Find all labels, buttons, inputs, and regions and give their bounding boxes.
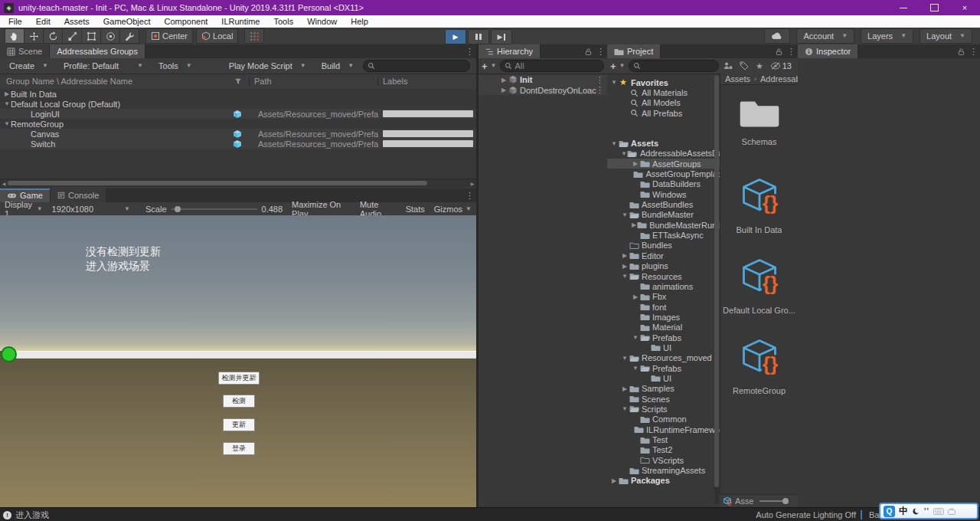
play-button[interactable]: ▶ (445, 29, 466, 44)
asset-item-remotegroup[interactable]: {}RemoteGroup (723, 336, 796, 417)
tree-item-editor[interactable]: ▶Editor (607, 251, 720, 260)
panel-menu-icon[interactable]: ⋮ (466, 191, 474, 201)
ime-toolbox-icon[interactable] (948, 508, 956, 515)
tree-item-ui[interactable]: UI (607, 342, 720, 352)
ime-q-icon[interactable]: Q (884, 506, 895, 517)
lock-icon[interactable] (776, 48, 782, 56)
panel-menu-icon[interactable]: ⋮ (466, 47, 474, 57)
ime-punctuation-toggle[interactable]: '' (924, 507, 929, 516)
build-dropdown[interactable]: Build▼ (315, 59, 360, 73)
create-add-button[interactable]: + (482, 61, 488, 71)
addressables-asset-row[interactable]: SwitchAssets/Resources_moved/Prefabs (0, 139, 476, 149)
scroll-right-icon[interactable]: ▶ (469, 181, 476, 186)
ime-moon-icon[interactable] (912, 507, 920, 516)
gizmos-dropdown[interactable]: Gizmos▼ (430, 202, 476, 215)
layers-dropdown[interactable]: Layers▼ (861, 28, 913, 44)
tree-item-bundlemaster[interactable]: ▼BundleMaster (607, 210, 720, 220)
menu-tools[interactable]: Tools (266, 15, 300, 28)
hand-tool-button[interactable] (5, 28, 24, 44)
maximize-button[interactable] (919, 0, 949, 15)
project-search-input[interactable] (629, 60, 719, 72)
tree-item-plugins[interactable]: ▶plugins (607, 261, 720, 271)
search-by-label-icon[interactable] (740, 61, 749, 70)
expander-icon[interactable]: ▼ (621, 273, 629, 280)
breadcrumb-assets[interactable]: Assets (725, 74, 750, 84)
menu-component[interactable]: Component (157, 15, 214, 28)
step-button[interactable]: ▶ (491, 29, 512, 44)
tree-item-all-materials[interactable]: All Materials (607, 87, 720, 97)
game-button-3[interactable]: 更新 (223, 418, 255, 431)
addressables-group-row[interactable]: ▶Built In Data (0, 89, 476, 99)
expander-icon[interactable]: ▼ (621, 211, 629, 218)
expander-icon[interactable]: ▶ (500, 87, 508, 93)
create-add-button[interactable]: + (610, 61, 616, 71)
menu-gameobject[interactable]: GameObject (96, 15, 158, 28)
expander-icon[interactable]: ▶ (621, 263, 629, 270)
tree-item-packages[interactable]: ▶Packages (607, 476, 720, 486)
minimize-button[interactable] (888, 0, 919, 15)
tree-item-addressableassetsda[interactable]: ▼AddressableAssetsDa (607, 149, 720, 159)
hierarchy-search-input[interactable]: All (500, 60, 604, 72)
tab-addressables-groups[interactable]: Addressables Groups (50, 44, 145, 58)
menu-ilruntime[interactable]: ILRuntime (214, 15, 266, 28)
expander-icon[interactable]: ▶ (632, 160, 639, 167)
ime-keyboard-icon[interactable] (933, 508, 944, 515)
addressables-search-input[interactable] (363, 60, 470, 72)
tree-item-all-models[interactable]: All Models (607, 98, 720, 108)
labels-field[interactable] (383, 130, 473, 137)
asset-item-schemas[interactable]: Schemas (723, 95, 796, 175)
tree-item-prefabs[interactable]: ▼Prefabs (607, 363, 720, 373)
thumbnail-zoom-slider[interactable] (760, 500, 782, 502)
tree-item-test2[interactable]: Test2 (607, 445, 720, 455)
panel-menu-icon[interactable]: ⋮ (969, 47, 978, 57)
tree-item-windows[interactable]: Windows (607, 189, 720, 199)
tree-item-resources[interactable]: ▼Resources (607, 271, 720, 281)
panel-menu-icon[interactable]: ⋮ (787, 47, 795, 57)
expander-icon[interactable]: ▼ (610, 140, 618, 147)
expander-icon[interactable]: ▶ (3, 90, 11, 97)
thumbnail-zoom-knob[interactable] (782, 498, 789, 504)
create-dropdown[interactable]: Create▼ (3, 59, 54, 73)
labels-field[interactable] (383, 140, 473, 147)
rect-tool-button[interactable] (81, 28, 100, 44)
tools-dropdown[interactable]: Tools▼ (152, 59, 198, 73)
favorite-star-icon[interactable]: ★ (756, 61, 763, 71)
hidden-packages-toggle[interactable]: 13 (770, 61, 792, 70)
tree-item-bundlemasterrunti[interactable]: ▶BundleMasterRunti (607, 220, 720, 230)
menu-edit[interactable]: Edit (29, 15, 57, 28)
menu-window[interactable]: Window (300, 15, 344, 28)
close-button[interactable]: × (949, 0, 980, 15)
stats-toggle[interactable]: Stats (401, 202, 430, 215)
tree-item-ilruntimeframewo[interactable]: ILRuntimeFramewo (607, 424, 720, 434)
breadcrumb-current[interactable]: Addressab (760, 74, 798, 84)
menu-file[interactable]: File (2, 15, 29, 28)
game-button-2[interactable]: 检测 (223, 395, 255, 408)
tree-item-ettaskasync[interactable]: ETTaskAsync (607, 230, 720, 240)
tree-item-animations[interactable]: animations (607, 281, 720, 291)
status-message[interactable]: 进入游戏 (15, 510, 49, 521)
expander-icon[interactable]: ▶ (610, 477, 618, 484)
horizontal-scrollbar[interactable]: ◀ ▶ (0, 179, 476, 187)
game-button-1[interactable]: 检测并更新 (218, 372, 260, 385)
cloud-button[interactable] (764, 28, 790, 44)
expander-icon[interactable]: ▼ (621, 405, 629, 412)
expander-icon[interactable]: ▼ (621, 150, 627, 157)
type-column-icon[interactable] (234, 77, 242, 85)
game-button-4[interactable]: 登录 (223, 442, 255, 455)
play-mode-script-dropdown[interactable]: Play Mode Script▼ (223, 59, 312, 73)
tree-item-assets[interactable]: ▼Assets (607, 138, 720, 148)
tree-item-resources-moved[interactable]: ▼Resources_moved (607, 353, 720, 363)
expander-icon[interactable]: ▶ (632, 293, 639, 300)
layout-dropdown[interactable]: Layout▼ (920, 28, 972, 44)
tree-item-assetgroups[interactable]: ▶AssetGroups (607, 159, 720, 169)
pause-button[interactable] (468, 29, 489, 44)
tree-item-ui[interactable]: UI (607, 373, 720, 383)
ime-language-toggle[interactable]: 中 (899, 505, 908, 518)
column-group-name[interactable]: Group Name \ Addressable Name (6, 77, 132, 86)
profile-dropdown[interactable]: Profile: Default▼ (57, 59, 149, 73)
scale-slider-track[interactable] (172, 208, 257, 210)
grid-snap-button[interactable] (244, 28, 264, 44)
tab-project[interactable]: Project (607, 44, 661, 58)
labels-field[interactable] (383, 110, 473, 117)
expander-icon[interactable]: ▼ (3, 100, 11, 107)
